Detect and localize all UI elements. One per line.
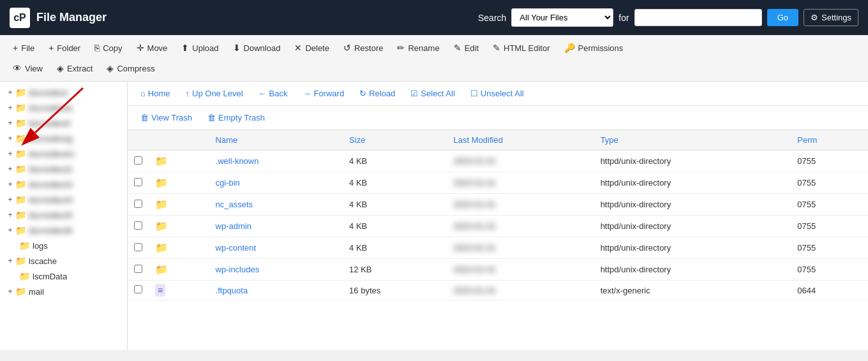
icon-column-header [149, 130, 209, 151]
compress-button[interactable]: ◈ Compress [100, 59, 161, 77]
file-name[interactable]: .well-known [216, 156, 337, 166]
sidebar-item[interactable]: + 📁 blurredtextm [0, 146, 127, 161]
sidebar-item[interactable]: + 📁 blurredtext6 [0, 223, 127, 238]
name-column-header[interactable]: Name [209, 130, 343, 151]
upload-label: Upload [192, 43, 218, 53]
unselect-all-icon: ☐ [470, 89, 478, 98]
row-checkbox[interactable] [134, 200, 142, 208]
expand-icon[interactable]: + [5, 210, 15, 220]
folder-icon: 📁 [155, 264, 168, 275]
unselect-all-button[interactable]: ☐ Unselect All [464, 85, 530, 101]
expand-icon[interactable]: + [5, 164, 15, 174]
row-checkbox[interactable] [134, 265, 142, 273]
sidebar-item-logs[interactable]: 📁 logs [0, 238, 127, 253]
sidebar-item[interactable]: + 📁 blurredtext3 [0, 177, 127, 192]
sidebar-item-label: blurredtext3 [29, 180, 73, 189]
html-editor-label: HTML Editor [504, 43, 550, 53]
expand-icon[interactable]: + [5, 195, 15, 205]
sidebar-item[interactable]: + 📁 blurredtext4 [0, 192, 127, 207]
reload-button[interactable]: ↻ Reload [353, 85, 401, 101]
sidebar-item-lscmdata[interactable]: 📁 lscmData [0, 269, 127, 284]
download-label: Download [244, 43, 281, 53]
expand-icon[interactable]: + [5, 225, 15, 235]
back-button[interactable]: ← Back [252, 85, 294, 101]
expand-icon[interactable]: + [5, 149, 15, 159]
search-scope-select[interactable]: All Your Files Current Directory [511, 8, 613, 27]
expand-icon[interactable]: + [5, 179, 15, 189]
last-modified-column-header[interactable]: Last Modified [447, 130, 594, 151]
row-checkbox[interactable] [134, 221, 142, 230]
file-name[interactable]: .ftpquota [216, 286, 337, 295]
sidebar-tree: + 📁 blurredtext + 📁 blurredtexte + 📁 blu… [0, 82, 127, 302]
search-go-button[interactable]: Go [767, 9, 798, 26]
sidebar-item[interactable]: + 📁 blurredtext2 [0, 161, 127, 177]
restore-button[interactable]: ↺ Restore [337, 39, 390, 57]
row-checkbox[interactable] [134, 156, 142, 165]
sidebar-item-label: blurredtext5 [29, 210, 73, 220]
expand-icon[interactable]: + [5, 256, 15, 266]
folder-icon: 📁 [15, 225, 26, 235]
new-file-button[interactable]: + File [6, 39, 41, 57]
search-for-label: for [618, 13, 629, 23]
sidebar-item[interactable]: + 📁 blurredtext [0, 85, 127, 100]
empty-trash-button[interactable]: 🗑 Empty Trash [201, 110, 271, 126]
sidebar-item[interactable]: + 📁 blurredtextg [0, 131, 127, 146]
expand-icon[interactable]: + [5, 87, 15, 98]
expand-icon[interactable]: + [5, 118, 15, 128]
trash-icon: 🗑 [140, 113, 149, 122]
edit-button[interactable]: ✎ Edit [447, 39, 485, 57]
html-editor-button[interactable]: ✎ HTML Editor [486, 39, 556, 57]
sidebar-item-label: lscache [29, 256, 57, 266]
sidebar-item-lscache[interactable]: + 📁 lscache [0, 253, 127, 269]
sidebar-item-mail[interactable]: + 📁 mail [0, 284, 127, 299]
select-all-button[interactable]: ☑ Select All [404, 85, 461, 101]
last-modified: 2023-01-01 [454, 178, 497, 188]
delete-button[interactable]: ✕ Delete [288, 39, 336, 57]
view-button[interactable]: 👁 View [6, 59, 49, 77]
row-checkbox[interactable] [134, 285, 142, 293]
last-modified: 2023-01-01 [454, 221, 497, 231]
extract-label: Extract [67, 64, 93, 73]
expand-icon[interactable]: + [5, 103, 15, 113]
sidebar-item-label: blurredtextg [29, 134, 73, 144]
extract-button[interactable]: ◈ Extract [50, 59, 99, 77]
permissions-icon: 🔑 [564, 43, 575, 53]
size-column-header[interactable]: Size [343, 130, 447, 151]
reload-label: Reload [369, 89, 395, 98]
copy-button[interactable]: ⎘ Copy [88, 39, 128, 57]
row-checkbox[interactable] [134, 178, 142, 186]
sidebar-item[interactable]: + 📁 blurredtexte [0, 100, 127, 115]
move-button[interactable]: ✛ Move [130, 39, 174, 57]
upload-button[interactable]: ⬆ Upload [175, 39, 225, 57]
type-column-header[interactable]: Type [594, 130, 791, 151]
file-name[interactable]: nc_assets [216, 200, 337, 209]
row-checkbox[interactable] [134, 243, 142, 251]
file-name[interactable]: cgi-bin [216, 178, 337, 188]
permissions-column-header[interactable]: Perm [791, 130, 868, 151]
file-name[interactable]: wp-includes [216, 265, 337, 274]
home-button[interactable]: ⌂ Home [134, 85, 177, 101]
settings-button[interactable]: ⚙ Settings [804, 9, 858, 26]
up-one-level-button[interactable]: ↑ Up One Level [179, 85, 250, 101]
folder-icon: 📁 [155, 177, 168, 188]
new-folder-button[interactable]: + Folder [42, 39, 87, 57]
download-button[interactable]: ⬇ Download [227, 39, 287, 57]
delete-icon: ✕ [294, 43, 302, 53]
expand-icon[interactable]: + [5, 286, 15, 297]
view-trash-label: View Trash [151, 113, 192, 122]
empty-trash-icon: 🗑 [207, 113, 216, 122]
permissions-button[interactable]: 🔑 Permissions [558, 39, 630, 57]
file-name[interactable]: wp-admin [216, 221, 337, 231]
expand-icon[interactable]: + [5, 133, 15, 144]
sidebar-item[interactable]: + 📁 blurredtextf [0, 115, 127, 131]
file-name[interactable]: wp-content [216, 243, 337, 253]
view-label: View [25, 64, 43, 73]
folder-icon: 📁 [155, 156, 168, 166]
forward-button[interactable]: → Forward [296, 85, 350, 101]
forward-arrow-icon: → [303, 89, 311, 98]
rename-button[interactable]: ✏ Rename [391, 39, 445, 57]
sidebar-item[interactable]: + 📁 blurredtext5 [0, 207, 127, 223]
search-input[interactable] [634, 9, 762, 26]
view-trash-button[interactable]: 🗑 View Trash [134, 110, 198, 126]
folder-icon: 📁 [19, 240, 30, 251]
